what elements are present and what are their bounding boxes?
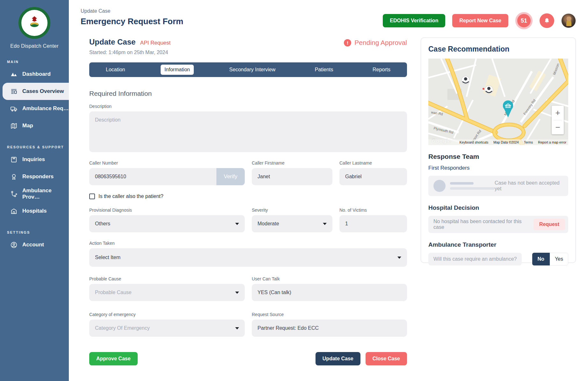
- action-taken-label: Action Taken: [89, 241, 407, 246]
- sidebar-item-label: Cases Overview: [22, 88, 64, 95]
- notification-bell-button[interactable]: [540, 13, 554, 28]
- ambulance-no-button[interactable]: No: [532, 253, 550, 265]
- caller-firstname-input[interactable]: [252, 168, 332, 185]
- sidebar-item-dashboard[interactable]: Dashboard: [3, 66, 69, 83]
- sidebar-item-ambulance-requests[interactable]: Ambulance Req…: [3, 100, 69, 117]
- sidebar: Edo Dispatch Center MAIN Dashboard Cases…: [0, 0, 69, 381]
- request-source-input[interactable]: [252, 320, 407, 337]
- placeholder-value: Category Of Emergency: [95, 325, 150, 331]
- tab-patients[interactable]: Patients: [311, 65, 337, 75]
- chevron-down-icon: [323, 223, 327, 225]
- ambulance-yes-button[interactable]: Yes: [550, 253, 568, 265]
- provisional-diagnosis-select[interactable]: Others: [89, 215, 245, 232]
- nav-section-settings: SETTINGS: [7, 230, 69, 234]
- case-started-time: Started: 1:46pm on 25th Mar, 2024: [89, 50, 171, 55]
- hospital-decision-bar: No hospital has been contacted for this …: [428, 216, 568, 233]
- caller-number-label: Caller Number: [89, 160, 245, 166]
- terms-link[interactable]: Terms: [524, 140, 533, 144]
- hospital-request-button[interactable]: Request: [534, 219, 565, 230]
- sidebar-item-label: Dashboard: [22, 71, 51, 77]
- verify-button[interactable]: Verify: [216, 168, 245, 185]
- sidebar-item-account[interactable]: Account: [3, 236, 69, 253]
- victims-input[interactable]: [339, 215, 407, 232]
- sidebar-item-label: Ambulance Req…: [22, 105, 69, 112]
- sidebar-item-inquiries[interactable]: Inquiries: [3, 151, 69, 168]
- user-can-talk-label: User Can Talk: [252, 276, 407, 281]
- probable-cause-label: Probable Cause: [89, 276, 245, 281]
- bell-icon: [543, 17, 550, 24]
- sidebar-item-hospitals[interactable]: Hospitals: [3, 202, 69, 220]
- nav-section-resources: RESOURCES & SUPPORT: [7, 145, 69, 149]
- caller-lastname-input[interactable]: [339, 168, 407, 185]
- user-can-talk-input[interactable]: [252, 284, 407, 301]
- topbar: Update Case Emergency Request Form EDOHI…: [81, 8, 576, 29]
- sidebar-item-label: Hospitals: [22, 208, 47, 214]
- caller-number-group: Caller Number Verify: [89, 160, 245, 185]
- tab-information[interactable]: Information: [161, 65, 194, 75]
- org-logo-block: Edo Dispatch Center: [0, 7, 69, 49]
- close-case-button[interactable]: Close Case: [366, 352, 407, 365]
- responders-icon: [10, 173, 18, 180]
- caller-patient-checkbox[interactable]: [89, 194, 95, 199]
- tab-reports[interactable]: Reports: [369, 65, 394, 75]
- category-select[interactable]: Category Of Emergency: [89, 320, 245, 337]
- page-title: Emergency Request Form: [81, 17, 183, 26]
- caller-row: Caller Number Verify Caller Firstname Ca…: [89, 160, 407, 185]
- tab-secondary-interview[interactable]: Secondary Interview: [225, 65, 279, 75]
- action-taken-select[interactable]: Select Item: [89, 248, 407, 267]
- map-attribution: Keyboard shortcuts Map Data ©2024 Terms …: [428, 139, 568, 145]
- diagnosis-row: Provisional Diagnosis Others Severity Mo…: [89, 208, 407, 232]
- request-source-label: Request Source: [252, 312, 407, 317]
- ambulance-transporter-title: Ambulance Transporter: [428, 241, 568, 248]
- sidebar-item-label: Responders: [22, 173, 54, 180]
- sidebar-item-label: Map: [22, 123, 33, 129]
- keyboard-shortcuts-link[interactable]: Keyboard shortcuts: [460, 140, 488, 144]
- tab-location[interactable]: Location: [102, 65, 129, 75]
- report-map-error-link[interactable]: Report a map error: [538, 140, 566, 144]
- sidebar-item-map[interactable]: Map: [3, 117, 69, 134]
- sidebar-item-responders[interactable]: Responders: [3, 168, 69, 185]
- selected-value: Others: [95, 221, 110, 227]
- victims-group: No. of Victims: [339, 208, 407, 232]
- notification-count-badge[interactable]: 51: [515, 12, 533, 29]
- chevron-down-icon: [235, 327, 239, 329]
- text-skeleton: [450, 182, 495, 190]
- probable-cause-select[interactable]: Probable Cause: [89, 284, 245, 301]
- edohis-verification-button[interactable]: EDOHIS Verification: [383, 14, 445, 27]
- report-new-case-button[interactable]: Report New Case: [452, 14, 508, 27]
- caller-patient-row: Is the caller also the patient?: [89, 194, 407, 199]
- sidebar-item-cases-overview[interactable]: Cases Overview: [3, 83, 69, 100]
- avatar-skeleton: [433, 180, 446, 192]
- account-icon: [10, 241, 18, 249]
- form-buttons: Approve Case Update Case Close Case: [89, 352, 407, 365]
- ambulance-icon: [10, 105, 18, 112]
- user-avatar[interactable]: [561, 13, 576, 28]
- approve-case-button[interactable]: Approve Case: [89, 352, 138, 365]
- chevron-down-icon: [397, 257, 401, 259]
- chevron-down-icon: [235, 223, 239, 225]
- responder-marker-icon[interactable]: [461, 76, 470, 84]
- inquiries-icon: [10, 156, 18, 163]
- zoom-out-button[interactable]: −: [552, 120, 564, 135]
- caller-lastname-label: Caller Lastname: [339, 160, 407, 166]
- provisional-diagnosis-label: Provisional Diagnosis: [89, 208, 245, 213]
- api-request-tag: API Request: [140, 40, 171, 46]
- map-data-label: Map Data ©2024: [493, 140, 519, 144]
- main-content: Update Case Emergency Request Form EDOHI…: [69, 0, 588, 381]
- response-team-title: Response Team: [428, 153, 568, 160]
- edo-crest-icon: [26, 14, 43, 32]
- update-case-button[interactable]: Update Case: [316, 352, 360, 365]
- zoom-in-button[interactable]: +: [552, 106, 564, 120]
- status-text: Pending Approval: [354, 39, 407, 46]
- sidebar-item-ambulance-providers[interactable]: Ambulance Prov…: [3, 185, 69, 202]
- case-head: Update Case API Request Started: 1:46pm …: [89, 38, 407, 55]
- category-label: Category of emergency: [89, 312, 245, 317]
- map[interactable]: wan Rd Plymouth Rd Mission Rd Forestry R…: [428, 59, 568, 145]
- first-responders-subtitle: First Responders: [428, 165, 568, 171]
- severity-group: Severity Moderate: [252, 208, 332, 232]
- description-textarea[interactable]: [89, 111, 407, 152]
- severity-select[interactable]: Moderate: [252, 215, 332, 232]
- breadcrumb: Update Case: [81, 8, 183, 14]
- responder-empty-text: Case has not been accepted yet: [495, 180, 563, 192]
- org-name: Edo Dispatch Center: [10, 43, 58, 49]
